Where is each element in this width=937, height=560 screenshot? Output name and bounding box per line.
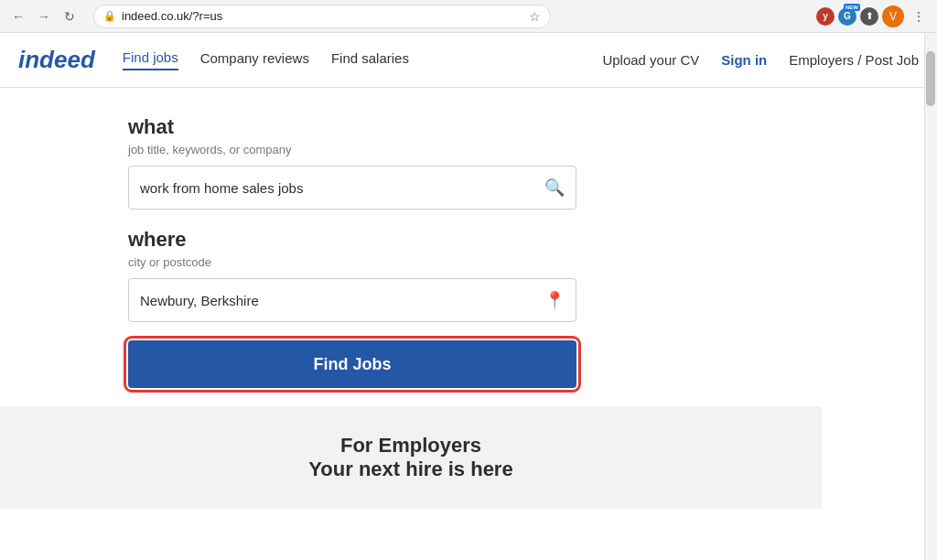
what-sublabel: job title, keywords, or company: [128, 143, 586, 156]
bookmark-icon[interactable]: ☆: [529, 9, 541, 24]
more-button[interactable]: ⋮: [908, 5, 930, 27]
extension-red-icon[interactable]: y: [816, 7, 835, 26]
webpage: indeed Find jobs Company reviews Find sa…: [0, 33, 937, 560]
lock-icon: 🔒: [103, 10, 116, 22]
where-input-wrapper[interactable]: 📍: [128, 278, 576, 322]
sign-in-button[interactable]: Sign in: [721, 52, 767, 68]
extension-gray-icon[interactable]: ⬆: [860, 7, 878, 26]
back-button[interactable]: ←: [7, 5, 29, 27]
browser-actions: y G NEW ⬆ V ⋮: [816, 5, 930, 27]
employers-section: For Employers Your next hire is here: [0, 406, 822, 509]
url-text: indeed.co.uk/?r=us: [122, 9, 520, 23]
employers-subtitle: Your next hire is here: [18, 458, 803, 481]
user-avatar[interactable]: V: [882, 5, 904, 27]
extension-blue-icon[interactable]: G NEW: [838, 7, 856, 26]
nav-company-reviews[interactable]: Company reviews: [200, 50, 309, 70]
main-content: what job title, keywords, or company 🔍 w…: [0, 88, 937, 527]
reload-button[interactable]: ↻: [59, 5, 81, 27]
location-pin-icon: 📍: [544, 290, 565, 310]
employers-title: For Employers: [18, 434, 803, 458]
browser-chrome: ← → ↻ 🔒 indeed.co.uk/?r=us ☆ y G NEW ⬆ V…: [0, 0, 937, 33]
indeed-logo[interactable]: indeed: [18, 46, 95, 74]
where-label: where: [128, 228, 586, 252]
nav-right: Upload your CV Sign in Employers / Post …: [602, 52, 919, 68]
scrollbar-thumb[interactable]: [926, 51, 935, 106]
nav-find-salaries[interactable]: Find salaries: [331, 50, 409, 70]
where-sublabel: city or postcode: [128, 255, 586, 269]
address-bar[interactable]: 🔒 indeed.co.uk/?r=us ☆: [93, 5, 551, 28]
nav-buttons: ← → ↻: [7, 5, 81, 27]
forward-button[interactable]: →: [33, 5, 55, 27]
scrollbar[interactable]: [924, 33, 937, 560]
upload-cv-link[interactable]: Upload your CV: [602, 52, 699, 68]
what-input-wrapper[interactable]: 🔍: [128, 166, 576, 210]
search-icon-button[interactable]: 🔍: [544, 178, 565, 198]
indeed-navbar: indeed Find jobs Company reviews Find sa…: [0, 33, 937, 88]
new-badge: NEW: [844, 4, 860, 11]
find-jobs-button[interactable]: Find Jobs: [128, 340, 576, 388]
what-label: what: [128, 115, 586, 139]
logo-text: indeed: [18, 46, 95, 73]
nav-find-jobs[interactable]: Find jobs: [123, 49, 178, 70]
what-input[interactable]: [140, 180, 544, 196]
search-section: what job title, keywords, or company 🔍 w…: [128, 115, 586, 388]
employers-post-job-link[interactable]: Employers / Post Job: [789, 52, 919, 68]
nav-links: Find jobs Company reviews Find salaries: [123, 49, 603, 70]
where-input[interactable]: [140, 293, 544, 308]
